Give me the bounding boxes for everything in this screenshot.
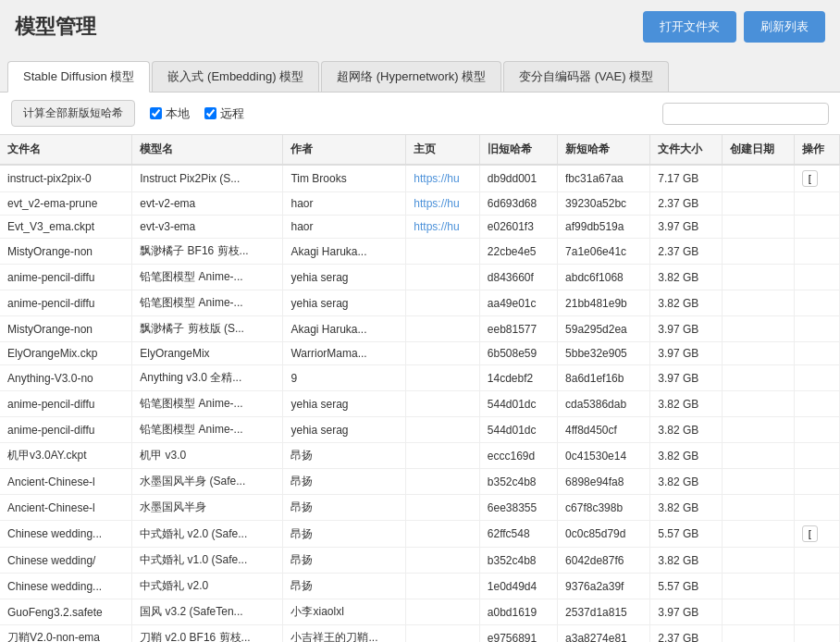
open-folder-button[interactable]: 打开文件夹 (643, 11, 736, 43)
toolbar: 计算全部新版短哈希 本地 远程 (0, 93, 840, 135)
cell-1: 中式婚礼 v2.0 (132, 574, 283, 599)
cell-8 (794, 574, 839, 599)
cell-2: 昂扬 (283, 443, 406, 469)
cell-2: 昂扬 (283, 574, 406, 599)
cell-4: d843660f (479, 265, 557, 290)
cell-2: yehia serag (283, 290, 406, 316)
cell-5: 39230a52bc (558, 192, 650, 216)
search-input[interactable] (662, 103, 829, 125)
tab-embedding[interactable]: 嵌入式 (Embedding) 模型 (152, 61, 319, 92)
cell-6: 3.82 GB (650, 469, 723, 495)
action-button[interactable]: [ (802, 525, 818, 542)
cell-2: 昂扬 (283, 548, 406, 574)
cell-2: 9 (283, 365, 406, 391)
cell-1: evt-v2-ema (132, 192, 283, 216)
table-row: anime-pencil-diffu铅笔图模型 Anime-...yehia s… (0, 265, 840, 290)
cell-7 (723, 239, 795, 265)
cell-2: 小李xiaolxl (283, 599, 406, 625)
model-table-container: 文件名 模型名 作者 主页 旧短哈希 新短哈希 文件大小 创建日期 操作 ins… (0, 135, 840, 642)
table-row: anime-pencil-diffu铅笔图模型 Anime-...yehia s… (0, 417, 840, 443)
cell-3 (406, 265, 479, 290)
table-row: Chinese wedding...中式婚礼 v2.0 (Safe...昂扬62… (0, 521, 840, 548)
cell-6: 5.57 GB (650, 574, 723, 599)
cell-2: 昂扬 (283, 521, 406, 548)
cell-5: 6042de87f6 (558, 548, 650, 574)
cell-1: 铅笔图模型 Anime-... (132, 417, 283, 443)
cell-5: 7a1e06e41c (558, 239, 650, 265)
tab-hypernetwork[interactable]: 超网络 (Hypernetwork) 模型 (321, 61, 501, 92)
cell-7 (723, 365, 795, 391)
cell-7 (723, 495, 795, 521)
cell-6: 2.37 GB (650, 239, 723, 265)
homepage-link[interactable]: https://hu (414, 220, 459, 233)
cell-4: eccc169d (479, 443, 557, 469)
cell-3 (406, 391, 479, 417)
cell-8 (794, 342, 839, 365)
cell-8 (794, 625, 839, 643)
cell-8 (794, 391, 839, 417)
cell-4: a0bd1619 (479, 599, 557, 625)
cell-8: [ (794, 521, 839, 548)
cell-8 (794, 239, 839, 265)
cell-3 (406, 495, 479, 521)
cell-1: 铅笔图模型 Anime-... (132, 265, 283, 290)
cell-7 (723, 599, 795, 625)
cell-3 (406, 469, 479, 495)
cell-7 (723, 165, 795, 192)
col-oldhash: 旧短哈希 (479, 135, 557, 165)
cell-1: 机甲 v3.0 (132, 443, 283, 469)
cell-2: 小吉祥王的刀鞘... (283, 625, 406, 643)
homepage-link[interactable]: https://hu (414, 197, 459, 210)
cell-7 (723, 469, 795, 495)
cell-6: 7.17 GB (650, 165, 723, 192)
cell-6: 3.97 GB (650, 216, 723, 239)
cell-3 (406, 625, 479, 643)
cell-4: b352c4b8 (479, 548, 557, 574)
cell-2: yehia serag (283, 265, 406, 290)
cell-8 (794, 599, 839, 625)
cell-5: 9376a2a39f (558, 574, 650, 599)
cell-7 (723, 521, 795, 548)
cell-0: MistyOrange-non (0, 239, 132, 265)
refresh-list-button[interactable]: 刷新列表 (744, 11, 825, 43)
table-row: MistyOrange-non飘渺橘子 剪枝版 (S...Akagi Haruk… (0, 316, 840, 342)
table-row: GuoFeng3.2.safete国风 v3.2 (SafeTen...小李xi… (0, 599, 840, 625)
remote-checkbox[interactable] (204, 107, 216, 119)
cell-0: anime-pencil-diffu (0, 290, 132, 316)
cell-3 (406, 239, 479, 265)
cell-4: eeb81577 (479, 316, 557, 342)
table-row: evt_v2-ema-pruneevt-v2-emahaorhttps://hu… (0, 192, 840, 216)
homepage-link[interactable]: https://hu (414, 172, 459, 185)
cell-6: 3.82 GB (650, 443, 723, 469)
col-newhash: 新短哈希 (558, 135, 650, 165)
local-checkbox[interactable] (150, 107, 162, 119)
table-header-row: 文件名 模型名 作者 主页 旧短哈希 新短哈希 文件大小 创建日期 操作 (0, 135, 840, 165)
table-body: instruct-pix2pix-0Instruct Pix2Pix (S...… (0, 165, 840, 642)
cell-4: 544d01dc (479, 417, 557, 443)
model-table: 文件名 模型名 作者 主页 旧短哈希 新短哈希 文件大小 创建日期 操作 ins… (0, 135, 840, 642)
table-row: Chinese wedding...中式婚礼 v2.0昂扬1e0d49d4937… (0, 574, 840, 599)
cell-2: 昂扬 (283, 495, 406, 521)
cell-6: 3.82 GB (650, 548, 723, 574)
cell-4: 22cbe4e5 (479, 239, 557, 265)
cell-3 (406, 316, 479, 342)
header-buttons: 打开文件夹 刷新列表 (643, 11, 825, 43)
tab-bar: Stable Diffusion 模型 嵌入式 (Embedding) 模型 超… (0, 54, 840, 93)
tab-stable-diffusion[interactable]: Stable Diffusion 模型 (7, 61, 150, 93)
action-button[interactable]: [ (802, 170, 818, 187)
cell-0: Evt_V3_ema.ckpt (0, 216, 132, 239)
tab-vae[interactable]: 变分自编码器 (VAE) 模型 (503, 61, 669, 92)
cell-6: 3.82 GB (650, 265, 723, 290)
cell-4: 6d693d68 (479, 192, 557, 216)
cell-6: 3.97 GB (650, 342, 723, 365)
cell-1: evt-v3-ema (132, 216, 283, 239)
cell-7 (723, 417, 795, 443)
cell-8 (794, 265, 839, 290)
cell-0: Anything-V3.0-no (0, 365, 132, 391)
table-row: Ancient-Chinese-l水墨国风半身昂扬6ee38355c67f8c3… (0, 495, 840, 521)
cell-1: 飘渺橘子 BF16 剪枝... (132, 239, 283, 265)
cell-7 (723, 574, 795, 599)
cell-0: anime-pencil-diffu (0, 417, 132, 443)
cell-5: 59a295d2ea (558, 316, 650, 342)
calc-hash-button[interactable]: 计算全部新版短哈希 (11, 100, 135, 127)
